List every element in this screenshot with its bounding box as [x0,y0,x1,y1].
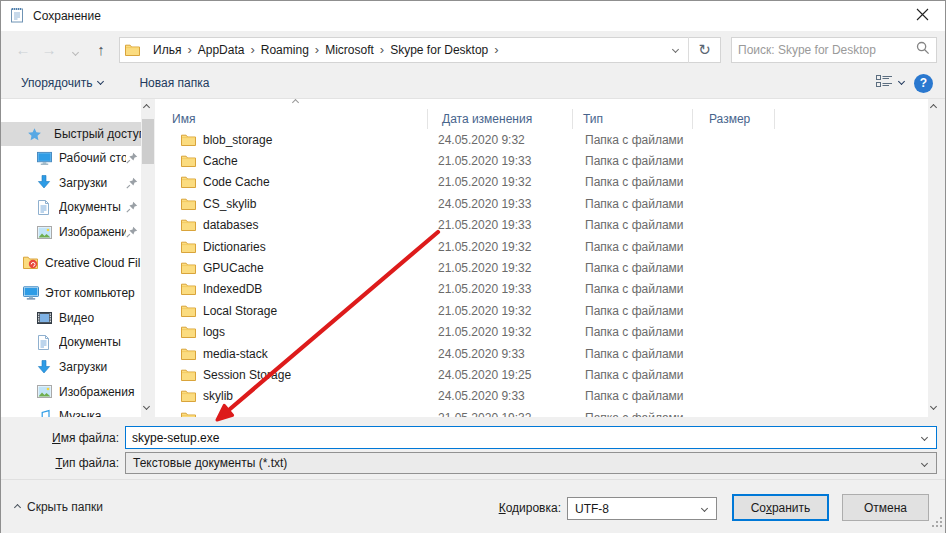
breadcrumb-item[interactable]: Microsoft [319,43,380,57]
music-icon [37,409,54,417]
column-header-name[interactable]: Имя [155,109,428,129]
filename-label: Имя файла: [1,431,125,445]
folder-icon [181,134,196,146]
breadcrumb-item[interactable]: Илья [147,43,187,57]
file-row[interactable]: Code Cache 21.05.2020 19:32 Папка с файл… [155,172,911,193]
documents-icon [37,335,54,350]
column-header-size[interactable]: Размер [693,109,775,129]
file-row[interactable]: blob_storage 24.05.2020 9:32 Папка с фай… [155,129,911,150]
file-row[interactable]: logs 21.05.2020 19:32 Папка с файлами [155,322,911,343]
sidebar-item-5[interactable]: Этот компьютер [1,281,141,306]
toolbar: Упорядочить Новая папка ? [1,68,945,99]
breadcrumb-item[interactable]: Skype for Desktop [384,43,494,57]
forward-button[interactable]: → [37,41,61,58]
filename-panel: Имя файла: Тип файла: Текстовые документ… [1,419,945,479]
file-list-scrollbar[interactable] [928,99,945,417]
help-button[interactable]: ? [914,74,933,93]
filename-input[interactable] [126,431,922,445]
file-row[interactable]: CS_skylib 24.05.2020 19:33 Папка с файла… [155,193,911,214]
search-input[interactable] [738,43,916,57]
history-dropdown-button[interactable] [63,41,87,58]
cancel-button[interactable]: Отмена [842,494,929,521]
folder-icon [181,283,196,295]
sidebar-item-7[interactable]: Документы [1,330,141,355]
address-bar[interactable]: Илья›AppData›Roaming›Microsoft›Skype for… [119,37,721,63]
chevron-down-icon [898,78,905,85]
cancel-label: Отмена [864,501,907,515]
breadcrumb-item[interactable]: Roaming [255,43,315,57]
filename-combo [125,426,937,449]
scroll-up-icon[interactable] [143,104,150,111]
encoding-label: Кодировка: [421,501,561,515]
sidebar-item-9[interactable]: Изображения [1,379,141,404]
sidebar-scrollbar-thumb[interactable] [142,119,154,164]
column-header-date[interactable]: Дата изменения [428,109,573,129]
sidebar-item-quick-access[interactable]: Быстрый доступ [1,122,141,146]
sidebar-item-3[interactable]: Изображени [1,220,141,245]
sidebar-scrollbar[interactable] [141,99,155,417]
sidebar-item-1[interactable]: Загрузки [1,171,141,196]
encoding-value: UTF-8 [568,502,702,516]
file-row[interactable]: Dictionaries 21.05.2020 19:32 Папка с фа… [155,236,911,257]
column-header-type[interactable]: Тип [573,109,693,129]
file-list: Имя Дата изменения Тип Размер blob_stora… [155,99,928,417]
view-mode-button[interactable] [876,75,904,92]
downloads-icon [37,360,54,375]
file-row[interactable]: Local Storage 21.05.2020 19:32 Папка с ф… [155,300,911,321]
pictures-icon [37,226,54,239]
organize-button[interactable]: Упорядочить [21,76,103,90]
folder-icon [181,412,196,417]
downloads-icon [37,175,54,190]
quick-access-label: Быстрый доступ [54,127,141,141]
file-row[interactable]: databases 21.05.2020 19:33 Папка с файла… [155,215,911,236]
refresh-button[interactable]: ↻ [688,37,720,63]
file-row[interactable]: GPUCache 21.05.2020 19:32 Папка с файлам… [155,257,911,278]
address-row: ← → ↑ Илья›AppData›Roaming›Microsoft›Sky… [1,31,945,68]
browse-area: Быстрый доступ Рабочий сто Загрузки Доку… [1,99,945,417]
new-folder-button[interactable]: Новая папка [139,76,209,90]
documents-icon [37,200,54,215]
folder-icon [181,369,196,381]
file-row[interactable]: IndexedDB 21.05.2020 19:33 Папка с файла… [155,279,911,300]
file-row[interactable]: Session Storage 24.05.2020 19:25 Папка с… [155,364,911,385]
chevron-down-icon [701,505,708,512]
creative-cloud-icon [23,256,40,269]
folder-icon [181,262,196,274]
search-icon [916,41,930,58]
sidebar-item-4[interactable]: Creative Cloud Fil [1,250,141,275]
pin-icon [126,177,141,189]
breadcrumb-separator-icon[interactable]: › [494,42,498,57]
file-list-scrollbar-thumb[interactable] [928,99,943,331]
sidebar-item-6[interactable]: Видео [1,306,141,331]
sidebar-item-0[interactable]: Рабочий сто [1,146,141,171]
save-button[interactable]: Сохранить [732,494,829,521]
file-row[interactable]: 21.05.2020 19:32 Папка с файлами [155,407,911,417]
navigation-pane: Быстрый доступ Рабочий сто Загрузки Доку… [1,99,141,417]
file-row[interactable]: media-stack 24.05.2020 9:33 Папка с файл… [155,343,911,364]
chevron-down-icon[interactable] [921,434,928,441]
scroll-down-icon[interactable] [930,403,937,410]
folder-icon [181,219,196,231]
hide-folders-button[interactable]: Скрыть папки [15,500,103,514]
filetype-label: Тип файла: [1,456,125,470]
chevron-up-icon [14,503,21,510]
file-row[interactable]: skylib 24.05.2020 9:33 Папка с файлами [155,386,911,407]
hide-folders-label: Скрыть папки [27,500,103,514]
encoding-select[interactable]: UTF-8 [567,497,717,520]
new-folder-label: Новая папка [139,76,209,90]
filetype-select[interactable]: Текстовые документы (*.txt) [125,452,937,474]
sidebar-item-8[interactable]: Загрузки [1,355,141,380]
address-dropdown-button[interactable] [662,47,688,52]
computer-icon [23,286,40,300]
organize-label: Упорядочить [21,76,92,90]
file-row[interactable]: Cache 21.05.2020 19:33 Папка с файлами [155,150,911,171]
resize-grip[interactable] [932,517,943,531]
scroll-down-icon[interactable] [143,403,150,410]
close-button[interactable] [899,1,945,31]
sidebar-item-2[interactable]: Документы [1,195,141,220]
up-button[interactable]: ↑ [89,41,113,58]
back-button[interactable]: ← [11,41,35,58]
breadcrumb-item[interactable]: AppData [192,43,251,57]
sidebar-item-10[interactable]: Музыка [1,404,141,417]
folder-icon [181,326,196,338]
